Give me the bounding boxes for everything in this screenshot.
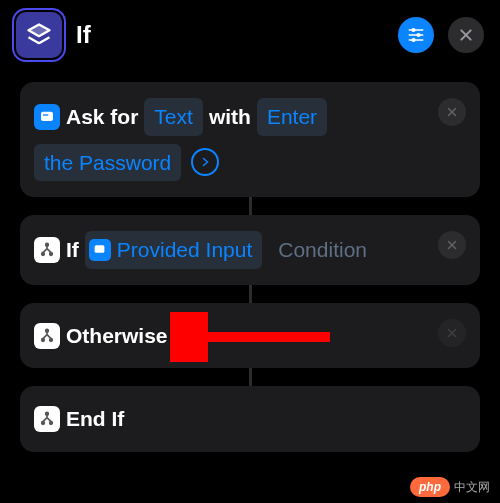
ask-mid: with [209,100,251,134]
svg-rect-8 [41,111,53,120]
expand-button[interactable] [191,148,219,176]
if-app-icon[interactable] [16,12,62,58]
svg-rect-15 [95,246,105,254]
close-icon [446,239,458,251]
action-card-end-if[interactable]: End If [20,386,480,452]
variable-label: Provided Input [117,233,252,267]
settings-button[interactable] [398,17,434,53]
endif-label: End If [66,402,124,436]
action-card-if[interactable]: If Provided Input Condition [20,215,480,285]
ask-prefix: Ask for [66,100,138,134]
connector-line [249,197,252,215]
action-card-ask-for-input[interactable]: Ask for Text with Enter the Password [20,82,480,197]
close-icon [458,27,474,43]
svg-point-20 [46,329,49,332]
close-icon [446,106,458,118]
workflow-content: Ask for Text with Enter the Password If … [0,74,500,460]
svg-point-5 [411,38,415,42]
watermark: php 中文网 [410,477,490,497]
watermark-brand: php [410,477,450,497]
svg-point-18 [42,338,45,341]
input-var-icon [89,239,111,261]
otherwise-label: Otherwise [66,319,168,353]
svg-point-24 [50,422,53,425]
branch-icon [34,406,60,432]
connector-line [249,285,252,303]
svg-point-19 [50,338,53,341]
svg-point-1 [411,28,415,32]
watermark-site: 中文网 [454,479,490,496]
svg-point-12 [42,253,45,256]
page-title: If [76,21,384,49]
condition-placeholder[interactable]: Condition [268,231,377,269]
svg-point-13 [50,253,53,256]
layers-icon [25,21,53,49]
close-button[interactable] [448,17,484,53]
close-icon [446,327,458,339]
header: If [0,0,500,74]
sliders-icon [406,25,426,45]
type-token[interactable]: Text [144,98,203,136]
svg-point-23 [42,422,45,425]
prompt-token-part2[interactable]: the Password [34,144,181,182]
delete-card-button[interactable] [438,319,466,347]
svg-point-3 [416,33,420,37]
prompt-token-part1[interactable]: Enter [257,98,327,136]
action-card-otherwise[interactable]: Otherwise [20,303,480,369]
svg-point-14 [46,243,49,246]
delete-card-button[interactable] [438,231,466,259]
delete-card-button[interactable] [438,98,466,126]
branch-icon [34,323,60,349]
svg-point-25 [46,413,49,416]
svg-rect-9 [43,114,48,115]
chevron-right-icon [199,156,211,168]
ask-input-icon [34,104,60,130]
if-prefix: If [66,233,79,267]
branch-icon [34,237,60,263]
variable-token[interactable]: Provided Input [85,231,262,269]
connector-line [249,368,252,386]
